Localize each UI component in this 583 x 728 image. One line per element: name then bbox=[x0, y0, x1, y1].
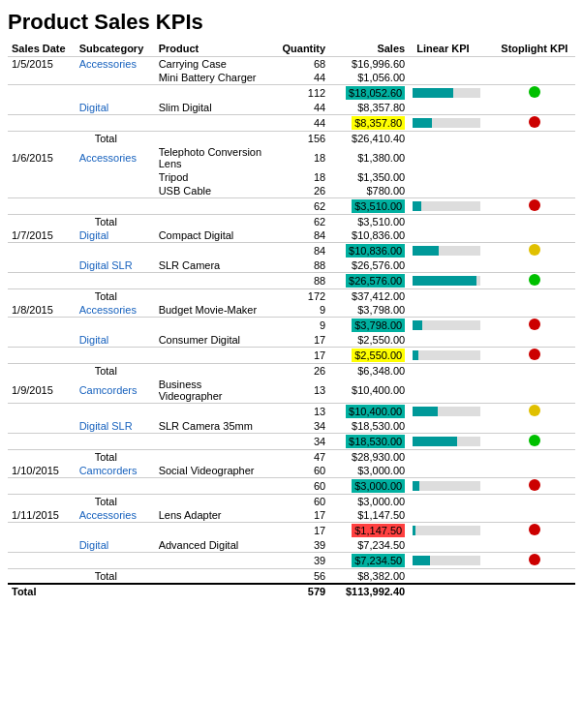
subtotal-linear-kpi bbox=[409, 523, 494, 539]
table-row: 1/11/2015AccessoriesLens Adapter17$1,147… bbox=[8, 508, 575, 523]
cell-quantity: 9 bbox=[271, 303, 329, 318]
col-quantity: Quantity bbox=[271, 41, 329, 57]
grand-total-sales: $113,992.40 bbox=[329, 584, 409, 598]
stoplight-dot bbox=[529, 318, 540, 330]
subtotal-sales: $18,530.00 bbox=[329, 434, 409, 450]
cell-product: Tripod bbox=[155, 170, 271, 184]
subtotal-subcategory bbox=[76, 553, 155, 569]
cell-sales: $26,576.00 bbox=[329, 258, 409, 273]
grand-total-stoplight bbox=[494, 584, 575, 598]
cell-product: Budget Movie-Maker bbox=[155, 303, 271, 318]
bar-container bbox=[413, 556, 480, 565]
subtotal-subcategory bbox=[76, 115, 155, 132]
total-sales: $37,412.00 bbox=[329, 289, 409, 304]
cell-quantity: 18 bbox=[271, 170, 329, 184]
bar-container bbox=[413, 320, 480, 330]
total-linear-kpi bbox=[409, 450, 494, 465]
cell-stoplight bbox=[494, 101, 575, 115]
bar-container bbox=[413, 246, 480, 256]
stoplight-dot bbox=[529, 199, 540, 211]
bar-fill bbox=[413, 88, 453, 98]
cell-date bbox=[8, 419, 76, 434]
total-date bbox=[8, 495, 76, 509]
cell-quantity: 68 bbox=[271, 57, 329, 72]
cell-linear-kpi bbox=[409, 508, 494, 523]
date-total-row: Total156$26,410.40 bbox=[8, 132, 575, 146]
subtotal-quantity: 17 bbox=[271, 523, 329, 539]
cell-subcategory: Digital SLR bbox=[76, 258, 155, 273]
cell-date bbox=[8, 333, 76, 348]
total-stoplight bbox=[494, 289, 575, 304]
total-sales: $3,000.00 bbox=[329, 495, 409, 509]
col-date: Sales Date bbox=[8, 41, 76, 57]
col-sales: Sales bbox=[329, 41, 409, 57]
cell-subcategory: Accessories bbox=[76, 57, 155, 72]
cell-subcategory: Accessories bbox=[76, 508, 155, 523]
cell-linear-kpi bbox=[409, 378, 494, 404]
bar-container bbox=[413, 481, 480, 491]
cell-product: Slim Digital bbox=[155, 101, 271, 115]
cell-quantity: 18 bbox=[271, 145, 329, 170]
table-row: 1/9/2015CamcordersBusiness Videographer1… bbox=[8, 378, 575, 404]
date-total-row: Total172$37,412.00 bbox=[8, 289, 575, 304]
subtotal-quantity: 13 bbox=[271, 404, 329, 420]
date-total-row: Total26$6,348.00 bbox=[8, 364, 575, 379]
total-date bbox=[8, 132, 76, 146]
subtotal-linear-kpi bbox=[409, 273, 494, 289]
cell-subcategory: Digital bbox=[76, 538, 155, 553]
total-date bbox=[8, 215, 76, 229]
subtotal-date bbox=[8, 318, 76, 334]
cell-quantity: 17 bbox=[271, 333, 329, 348]
table-row: Digital SLRSLR Camera 35mm34$18,530.00 bbox=[8, 419, 575, 434]
table-row: DigitalSlim Digital44$8,357.80 bbox=[8, 101, 575, 115]
stoplight-dot bbox=[529, 244, 540, 256]
cell-date bbox=[8, 184, 76, 198]
subtotal-sales: $10,400.00 bbox=[329, 404, 409, 420]
total-quantity: 47 bbox=[271, 450, 329, 465]
cell-quantity: 26 bbox=[271, 184, 329, 198]
total-linear-kpi bbox=[409, 132, 494, 146]
total-linear-kpi bbox=[409, 495, 494, 509]
bar-fill bbox=[413, 526, 415, 535]
cell-date: 1/7/2015 bbox=[8, 228, 76, 243]
bar-fill bbox=[413, 276, 476, 286]
total-sales: $26,410.40 bbox=[329, 132, 409, 146]
subtotal-row: 62$3,510.00 bbox=[8, 198, 575, 215]
cell-product: Lens Adapter bbox=[155, 508, 271, 523]
subtotal-row: 34$18,530.00 bbox=[8, 434, 575, 450]
cell-subcategory: Camcorders bbox=[76, 464, 155, 478]
cell-stoplight bbox=[494, 170, 575, 184]
subtotal-sales: $7,234.50 bbox=[329, 553, 409, 569]
cell-date: 1/8/2015 bbox=[8, 303, 76, 318]
subtotal-sales: $2,550.00 bbox=[329, 348, 409, 364]
bar-container bbox=[413, 201, 480, 211]
stoplight-dot bbox=[529, 405, 540, 416]
table-row: DigitalConsumer Digital17$2,550.00 bbox=[8, 333, 575, 348]
subtotal-row: 44$8,357.80 bbox=[8, 115, 575, 132]
cell-subcategory: Accessories bbox=[76, 303, 155, 318]
subtotal-product bbox=[155, 115, 271, 132]
subtotal-stoplight bbox=[494, 273, 575, 289]
subtotal-sales: $10,836.00 bbox=[329, 243, 409, 259]
subtotal-quantity: 44 bbox=[271, 115, 329, 132]
total-stoplight bbox=[494, 132, 575, 146]
cell-date bbox=[8, 538, 76, 553]
cell-stoplight bbox=[494, 258, 575, 273]
stoplight-dot bbox=[529, 349, 540, 360]
subtotal-product bbox=[155, 198, 271, 215]
total-date bbox=[8, 289, 76, 304]
cell-sales: $10,836.00 bbox=[329, 228, 409, 243]
total-stoplight bbox=[494, 364, 575, 379]
cell-sales: $1,056.00 bbox=[329, 71, 409, 85]
cell-subcategory: Camcorders bbox=[76, 378, 155, 404]
subtotal-date bbox=[8, 553, 76, 569]
subtotal-quantity: 17 bbox=[271, 348, 329, 364]
total-label: Total bbox=[76, 215, 271, 229]
cell-quantity: 88 bbox=[271, 258, 329, 273]
bar-container bbox=[413, 526, 480, 535]
cell-date bbox=[8, 170, 76, 184]
table-row: 1/5/2015AccessoriesCarrying Case68$16,99… bbox=[8, 57, 575, 72]
stoplight-dot bbox=[529, 479, 540, 491]
kpi-table: Sales Date Subcategory Product Quantity … bbox=[8, 41, 575, 598]
subtotal-linear-kpi bbox=[409, 404, 494, 420]
